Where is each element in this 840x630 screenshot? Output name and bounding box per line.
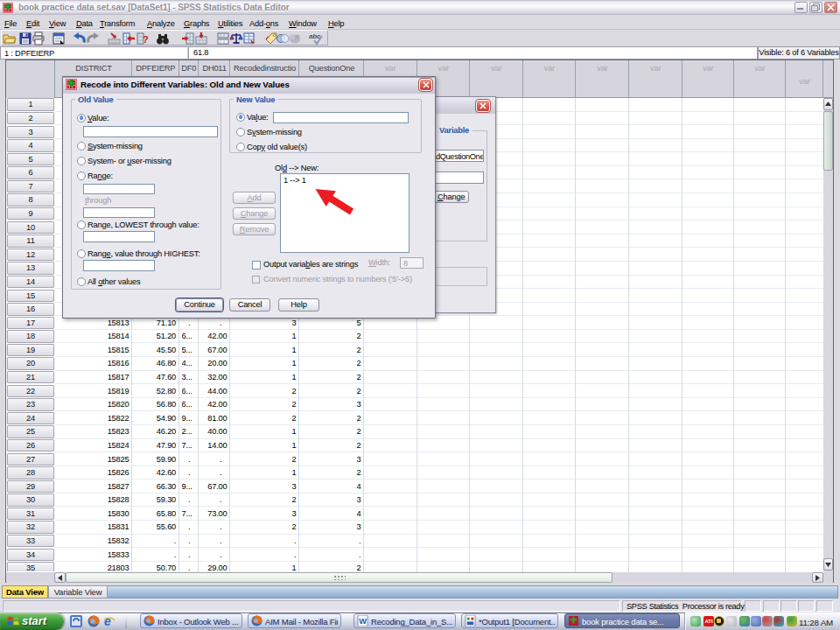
svg-text:W: W [359,617,367,626]
svg-text:e: e [104,615,111,627]
